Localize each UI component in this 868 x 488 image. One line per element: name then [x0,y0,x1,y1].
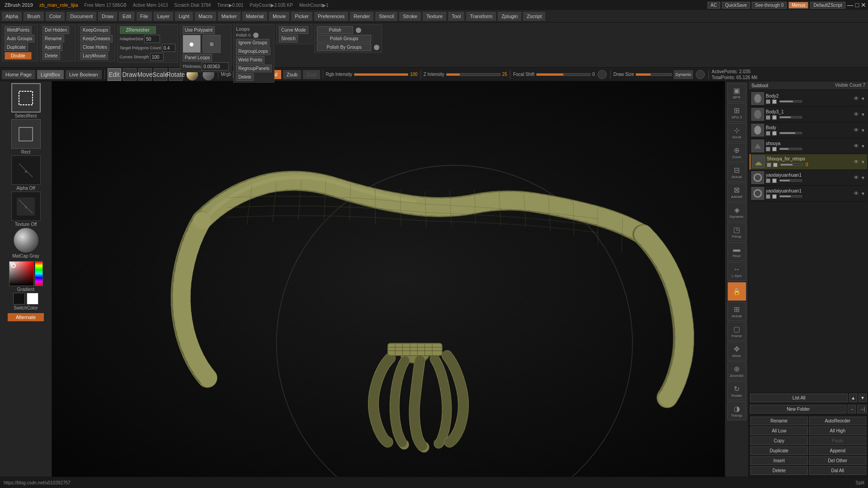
material-menu[interactable]: Material [242,12,267,21]
subtool-eye-body3-1[interactable]: 👁 [854,111,859,117]
matcap-btn[interactable] [14,228,38,253]
subtool-mini-slider-body3-1[interactable] [779,116,802,118]
keep-creases-btn[interactable]: KeepCreases [80,35,113,42]
window-controls[interactable]: — □ ✕ [847,1,866,9]
rename-subtool-btn[interactable]: Rename [750,417,808,425]
menus-btn[interactable]: Menus [788,2,808,9]
del-hidden-btn[interactable]: Del Hidden [42,26,69,34]
render-menu[interactable]: Render [350,12,373,21]
color-white-btn[interactable] [27,293,38,305]
subtool-color2-shouya-retopo[interactable] [773,163,778,167]
subtool-body[interactable]: Body 👁 ▼ [750,122,867,138]
subtool-eye-ydy2[interactable]: 👁 [854,190,859,197]
edit-tool-btn[interactable]: Edit [108,68,121,81]
texture-off-btn[interactable]: T [11,192,41,221]
marker-menu[interactable]: Marker [218,12,241,21]
delete-subtool-btn[interactable]: Delete [750,466,808,475]
ac-btn[interactable]: AC [708,2,720,9]
subtool-body3-1[interactable]: Body3_1 👁 ▼ [750,107,867,122]
use-polypaint-btn[interactable]: Use Polypaint [183,26,215,34]
polish-btn[interactable]: Polish [317,26,353,34]
alternate-btn[interactable]: Alternate [8,313,44,321]
alpha-off-btn[interactable]: α [11,155,41,185]
ignore-groups-btn[interactable]: Ignore Groups [236,39,269,47]
append-btn[interactable]: Append [42,43,62,51]
solo-btn[interactable]: ● [183,35,201,53]
move-btn[interactable]: ✥ Move [727,342,746,361]
subtool-eye-body[interactable]: 👁 [854,127,859,133]
subtool-color-ydy2[interactable] [766,194,770,199]
color-black-btn[interactable] [13,293,25,305]
subtool-mini-slider-body2[interactable] [779,100,802,103]
regroup-panels-btn[interactable]: RegroupPanels [236,65,272,72]
subtool-color-ydy1[interactable] [766,178,770,183]
new-folder-btn[interactable]: New Folder [750,405,846,413]
subtool-color2-body2[interactable] [772,99,777,104]
zoom-btn[interactable]: ⊕ Zoom [727,143,746,162]
layer-menu[interactable]: Layer [154,12,174,21]
draw-tool-btn[interactable]: Draw [123,68,137,81]
curve-mode-btn[interactable]: Curve Mode [279,26,308,34]
macro-menu[interactable]: Macro [195,12,216,21]
light-menu[interactable]: Light [175,12,193,21]
select-rect-btn[interactable] [11,83,41,113]
lazy-mouse-btn[interactable]: LazyMouse [80,52,108,60]
draw-menu[interactable]: Draw [98,12,117,21]
persp-btn[interactable]: ◳ Persp [727,222,746,241]
stencil-menu[interactable]: Stencil [375,12,397,21]
stroke-menu[interactable]: Stroke [399,12,421,21]
zremesher-btn[interactable]: ZRemesher [120,26,156,34]
subtool-mini-slider-ydy2[interactable] [779,195,802,197]
color-picker-btn[interactable] [9,261,34,286]
picker-menu[interactable]: Picker [291,12,312,21]
folder-right2-btn[interactable]: →| [857,405,867,413]
home-tab[interactable]: Home Page [2,70,35,79]
subtool-shouya[interactable]: shouya 👁 ▼ [750,138,867,154]
frame-btn[interactable]: ▢ Frame [727,322,746,341]
double-btn[interactable]: Double [5,52,32,60]
subtool-color2-body3-1[interactable] [772,115,777,120]
transp-btn[interactable]: ◑ Transp [727,401,746,420]
transform-menu[interactable]: Transform [466,12,496,21]
preferences-menu[interactable]: Preferences [314,12,348,21]
panel-loops-btn[interactable]: Panel Loops [183,54,212,61]
append-subtool-btn[interactable]: Append [809,446,867,455]
subtool-expand-shouya-retopo[interactable]: ▼ [861,160,865,164]
subtool-expand-ydy1[interactable]: ▼ [861,175,865,180]
curves-strength-input[interactable]: 100 [150,53,164,61]
dal-all-btn[interactable]: Dal All [809,466,867,475]
lsym-btn[interactable]: ↔ L.Sym [727,262,746,281]
see-through-btn[interactable]: See-through 0 [752,2,787,9]
subtool-expand-shouya[interactable]: ▼ [861,144,865,149]
quick-save-btn[interactable]: QuickSave [722,2,750,9]
subtool-expand-body3-1[interactable]: ▼ [861,112,865,117]
auto-reorder-btn[interactable]: AutoReorder [809,417,867,425]
auto-groups-btn[interactable]: Auto Groups [5,35,34,42]
alpha-menu[interactable]: Alpha [2,12,22,21]
dynamic-persp-btn[interactable]: ◈ Dynamic [727,202,746,221]
scroll-btn[interactable]: ⊹ Scroll [727,123,746,142]
rename-btn[interactable]: Rename [42,35,64,42]
edit-menu[interactable]: Edit [119,12,135,21]
subtool-color-body[interactable] [766,131,770,136]
subtool-expand-ydy2[interactable]: ▼ [861,191,865,196]
all-low-btn[interactable]: All Low [750,427,808,435]
live-boolean-tab[interactable]: Live Boolean [66,70,102,79]
all-high-btn[interactable]: All High [809,427,867,435]
subtool-color2-shouya[interactable] [772,147,777,151]
thickness-input[interactable]: 0.00363 [202,62,229,70]
adaptive-size-input[interactable]: 50 [144,35,160,43]
delete-btn[interactable]: Delete [42,52,60,60]
subtool-eye-shouya[interactable]: 👁 [854,143,859,149]
del-other-btn[interactable]: Del Other [809,456,867,465]
z-intensity-slider[interactable] [446,73,500,76]
rgb-intensity-slider[interactable] [354,73,408,76]
subtool-expand-body[interactable]: ▼ [861,128,865,133]
subtool-body2[interactable]: Body2 👁 ▼ [750,91,867,107]
subtool-color-body3-1[interactable] [766,115,770,120]
main-viewport[interactable] [52,81,748,477]
close-holes-btn[interactable]: Close Holes [80,43,109,51]
subtool-eye-shouya-retopo[interactable]: 👁 [854,159,859,165]
paste-btn[interactable]: Paste [809,436,867,445]
rect-btn[interactable] [11,119,41,149]
